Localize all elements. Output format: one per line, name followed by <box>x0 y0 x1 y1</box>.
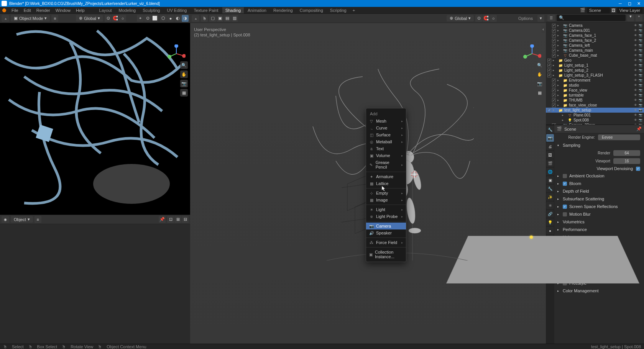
outliner-row[interactable]: ✓▸📁Light_setup_3_FLASH👁📷 <box>546 73 644 78</box>
add-menu-item-camera[interactable]: 📷Camera <box>366 223 406 229</box>
window-minimize-button[interactable]: ─ <box>616 1 624 6</box>
editor-type-3dview-icon[interactable]: ⟁ <box>2 15 9 22</box>
hide-render-icon[interactable]: 📷 <box>639 24 642 28</box>
props-section-depth-of-field[interactable]: ▸Depth of Field <box>554 187 644 195</box>
outliner-row[interactable]: ✓▸📷Camera_face_2👁📷 <box>546 38 644 43</box>
workspace-layout[interactable]: Layout <box>96 7 115 13</box>
props-section-bloom[interactable]: ▸✓Bloom <box>554 180 644 187</box>
outliner-row[interactable]: ✓▸📁Light_setup_2👁📷 <box>546 68 644 73</box>
hide-render-icon[interactable]: 📷 <box>639 74 642 77</box>
npanel-toggle[interactable]: ‹ <box>541 25 545 33</box>
expand-toggle[interactable]: ▸ <box>557 93 561 97</box>
workspace-scripting[interactable]: Scripting <box>327 7 350 13</box>
hide-render-icon[interactable]: 📷 <box>639 103 642 107</box>
props-tab-viewlayer[interactable]: 🖼 <box>546 151 554 159</box>
visibility-checkbox[interactable]: ✓ <box>552 79 556 82</box>
visibility-checkbox[interactable]: ✓ <box>552 39 556 43</box>
pin-button[interactable]: 📌 <box>159 216 166 223</box>
hide-render-icon[interactable]: 📷 <box>639 29 642 33</box>
section-checkbox[interactable]: ✓ <box>563 205 567 209</box>
hide-render-icon[interactable]: 📷 <box>639 69 642 72</box>
visibility-checkbox[interactable]: ✓ <box>552 34 556 38</box>
pivot-button[interactable]: ⊙ <box>105 15 112 22</box>
expand-toggle[interactable]: ▸ <box>553 69 557 72</box>
outliner-row[interactable]: ✓▸📁Face_view👁📷 <box>546 88 644 93</box>
perspective-tool[interactable]: ▦ <box>180 89 188 97</box>
section-checkbox[interactable] <box>563 174 567 178</box>
hide-render-icon[interactable]: 📷 <box>639 39 642 43</box>
expand-toggle[interactable]: ▸ <box>557 98 561 102</box>
data-type-selector[interactable]: Object ▾ <box>11 216 33 223</box>
viewlayer-selector[interactable]: View Layer <box>617 7 642 13</box>
expand-toggle[interactable]: ▾ <box>553 108 557 112</box>
outliner-row[interactable]: ✓▸📷Camera_main👁📷 <box>546 48 644 53</box>
outliner-tree[interactable]: ✓▸📷Camera👁📷✓▸📷Camera.001👁📷✓▸📷Camera_face… <box>546 22 644 125</box>
hide-render-icon[interactable]: 📷 <box>639 113 642 117</box>
node-toggle3[interactable]: ⊟ <box>182 216 189 223</box>
hide-render-icon[interactable]: 📷 <box>639 79 642 82</box>
props-tab-material[interactable]: ● <box>546 227 554 234</box>
hide-viewport-icon[interactable]: 👁 <box>634 49 638 52</box>
editor-type-outliner-icon[interactable]: ☰ <box>547 15 555 21</box>
scene-selector[interactable]: Scene <box>587 7 610 13</box>
hide-render-icon[interactable]: 📷 <box>639 59 642 62</box>
axis-gizmo-center[interactable] <box>523 44 541 63</box>
workspace-uv-editing[interactable]: UV Editing <box>164 7 190 13</box>
hide-render-icon[interactable]: 📷 <box>639 118 642 122</box>
visibility-checkbox[interactable]: ✓ <box>552 123 556 125</box>
add-menu-item-lattice[interactable]: ▦Lattice <box>366 180 406 187</box>
hide-viewport-icon[interactable]: 👁 <box>634 123 638 125</box>
sampling-section[interactable]: ▾ Sampling <box>554 141 644 149</box>
workspace-add-button[interactable]: + <box>350 7 357 13</box>
pan-tool[interactable]: ✋ <box>180 70 188 78</box>
hide-viewport-icon[interactable]: 👁 <box>634 118 638 122</box>
props-section-motion-blur[interactable]: ▸Motion Blur <box>554 210 644 218</box>
section-checkbox[interactable] <box>563 212 567 216</box>
add-menu-item-force-field[interactable]: ⁂Force Field▸ <box>366 239 406 246</box>
menu-window[interactable]: Window <box>53 7 73 13</box>
hide-viewport-icon[interactable]: 👁 <box>634 24 638 28</box>
hide-render-icon[interactable]: 📷 <box>639 123 642 125</box>
hide-viewport-icon[interactable]: 👁 <box>634 93 638 97</box>
pan-tool[interactable]: ✋ <box>536 70 544 78</box>
outliner-row[interactable]: ✓▾📁test_light_setup👁📷 <box>546 108 644 113</box>
left-viewport-preview[interactable]: 🔍 ✋ 📷 ▦ <box>0 23 190 215</box>
snap-button[interactable]: 🧲 <box>483 15 490 22</box>
outliner-row[interactable]: ✓▸📷Camera_left👁📷 <box>546 43 644 48</box>
section-checkbox[interactable]: ✓ <box>563 182 567 186</box>
outliner-row[interactable]: ✓▸📁face_view_close👁📷 <box>546 103 644 108</box>
render-engine-selector[interactable]: Eevee <box>598 134 640 140</box>
hide-render-icon[interactable]: 📷 <box>639 54 642 57</box>
add-menu-item-grease-pencil[interactable]: ✎Grease Pencil▸ <box>366 159 406 170</box>
hide-viewport-icon[interactable]: 👁 <box>634 113 638 117</box>
pivot-button[interactable]: ⊙ <box>475 15 482 22</box>
hide-render-icon[interactable]: 📷 <box>639 34 642 38</box>
outliner-row[interactable]: ✓▸📁Geo👁📷 <box>546 58 644 63</box>
expand-toggle[interactable]: ▸ <box>557 49 561 52</box>
expand-toggle[interactable]: ▸ <box>557 54 561 57</box>
add-menu-item-collection-instance-[interactable]: ▣Collection Instance... <box>366 249 406 260</box>
menu-help[interactable]: Help <box>74 7 87 13</box>
props-section-subsurface-scattering[interactable]: ▸Subsurface Scattering <box>554 195 644 203</box>
gizmo-button[interactable]: ⌖ <box>137 15 144 22</box>
outliner-row[interactable]: ✓▸▽Cube_base_mat👁📷 <box>546 53 644 58</box>
hide-viewport-icon[interactable]: 👁 <box>634 74 638 77</box>
select-mode-button[interactable]: ▤ <box>224 15 231 22</box>
hide-render-icon[interactable]: 📷 <box>639 44 642 48</box>
workspace-rendering[interactable]: Rendering <box>270 7 296 13</box>
hide-render-icon[interactable]: 📷 <box>639 93 642 97</box>
expand-triangle[interactable]: ▸ <box>557 289 560 293</box>
shading-material-button[interactable]: ◐ <box>174 15 181 22</box>
outliner-row[interactable]: ✓▸📁THUMB👁📷 <box>546 98 644 103</box>
hide-viewport-icon[interactable]: 👁 <box>634 39 638 43</box>
options-dropdown[interactable]: Options <box>515 15 536 21</box>
xray-button[interactable]: ⬜ <box>151 15 158 22</box>
props-tab-constraints[interactable]: 🔗 <box>546 210 554 218</box>
props-tab-object[interactable]: ▣ <box>546 176 554 184</box>
viewport-denoising-checkbox[interactable]: ✓ <box>636 167 640 171</box>
expand-triangle[interactable]: ▸ <box>557 205 560 208</box>
visibility-checkbox[interactable]: ✓ <box>552 84 556 87</box>
hide-viewport-icon[interactable]: 👁 <box>634 84 638 87</box>
expand-toggle[interactable]: ▸ <box>557 44 561 47</box>
proportional-button[interactable]: ○ <box>119 15 126 22</box>
